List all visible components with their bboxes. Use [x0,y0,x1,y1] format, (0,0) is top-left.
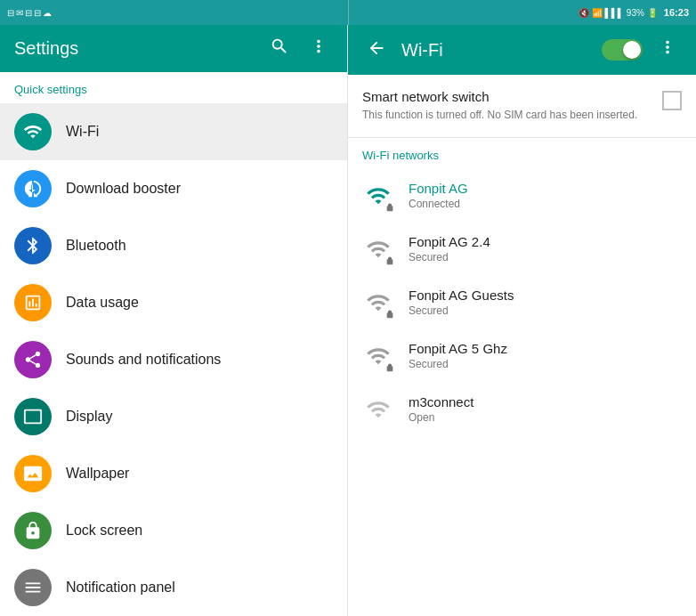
network-item-m3connect[interactable]: m3connect Open [348,383,696,436]
settings-item-lock-screen[interactable]: Lock screen [0,502,347,559]
settings-item-wallpaper[interactable]: Wallpaper [0,445,347,502]
wifi-networks-label: Wi-Fi networks [348,138,696,169]
lock-screen-label: Lock screen [66,523,142,539]
network-name-fonpit-ag-24: Fonpit AG 2.4 [409,234,682,249]
network-icon-fonpit-ag-24 [362,233,394,265]
network-item-fonpit-ag-24[interactable]: Fonpit AG 2.4 Secured [348,223,696,276]
settings-item-download-booster[interactable]: Download booster [0,160,347,217]
settings-item-bluetooth[interactable]: Bluetooth [0,217,347,274]
wallpaper-icon [14,455,52,492]
wifi-status-icon: 📶 [592,8,603,18]
wifi-title: Wi-Fi [401,40,591,61]
notification-icons: ⊟ ✉ ⊟ ⊟ ☁ [7,8,52,18]
notif-icon-4: ⊟ [34,8,41,18]
wifi-app-bar: Wi-Fi [348,25,696,75]
network-name-fonpit-ag: Fonpit AG [409,181,682,196]
wifi-item-icon [14,113,52,150]
network-status-fonpit-ag-5ghz: Secured [409,358,682,370]
signal-icon: ▌▌▌ [605,8,624,18]
notification-panel-icon [14,569,52,606]
wifi-panel: Wi-Fi Smart network switch This function… [348,25,696,616]
settings-item-data-usage[interactable]: Data usage [0,274,347,331]
status-bar: ⊟ ✉ ⊟ ⊟ ☁ 🔇 📶 ▌▌▌ 93% 🔋 16:23 [0,0,696,25]
battery-icon: 🔋 [647,8,658,18]
settings-panel: Settings Quick settings Wi-Fi Download b… [0,25,348,616]
download-booster-icon [14,170,52,207]
settings-app-bar: Settings [0,25,347,72]
smart-switch-text: Smart network switch This function is tu… [362,89,651,123]
wifi-content: Smart network switch This function is tu… [348,75,696,616]
settings-title: Settings [14,38,255,59]
wallpaper-label: Wallpaper [66,466,129,482]
battery-percentage: 93% [627,8,644,18]
network-status-fonpit-ag: Connected [409,198,682,210]
network-name-fonpit-ag-guests: Fonpit AG Guests [409,288,682,303]
smart-switch-desc: This function is turned off. No SIM card… [362,108,651,123]
wifi-toggle[interactable] [602,39,643,61]
network-icon-fonpit-ag [362,180,394,212]
smart-switch-title: Smart network switch [362,89,651,104]
display-label: Display [66,409,112,425]
notification-panel-label: Notification panel [66,580,175,596]
notif-icon-2: ✉ [16,8,23,18]
clock: 16:23 [664,7,689,18]
notif-icon-5: ☁ [43,8,52,18]
sounds-icon [14,341,52,378]
network-item-fonpit-ag-5ghz[interactable]: Fonpit AG 5 Ghz Secured [348,329,696,383]
mute-icon: 🔇 [579,8,589,18]
wifi-back-button[interactable] [362,38,391,62]
network-item-fonpit-ag-guests[interactable]: Fonpit AG Guests Secured [348,276,696,329]
network-icon-m3connect [362,393,394,426]
settings-search-icon[interactable] [265,36,294,61]
quick-settings-label: Quick settings [0,72,347,103]
notif-icon-1: ⊟ [7,8,14,18]
wifi-more-icon[interactable] [653,37,682,62]
network-item-fonpit-ag[interactable]: Fonpit AG Connected [348,169,696,223]
bluetooth-label: Bluetooth [66,238,126,254]
data-usage-label: Data usage [66,295,139,311]
smart-switch-checkbox[interactable] [662,91,682,110]
wifi-item-label: Wi-Fi [66,124,99,140]
network-info-fonpit-ag: Fonpit AG Connected [409,181,682,210]
network-info-m3connect: m3connect Open [409,394,682,424]
status-bar-right: 🔇 📶 ▌▌▌ 93% 🔋 16:23 [349,0,697,25]
status-icons-right: 🔇 📶 ▌▌▌ 93% 🔋 16:23 [579,7,689,18]
sounds-label: Sounds and notifications [66,352,221,368]
network-icon-fonpit-ag-guests [362,287,394,319]
network-info-fonpit-ag-guests: Fonpit AG Guests Secured [409,288,682,317]
smart-switch-section: Smart network switch This function is tu… [348,75,696,138]
data-usage-icon [14,284,52,321]
bluetooth-icon [14,227,52,264]
settings-item-sounds[interactable]: Sounds and notifications [0,331,347,388]
settings-item-notification-panel[interactable]: Notification panel [0,559,347,616]
settings-more-icon[interactable] [304,36,333,61]
download-booster-label: Download booster [66,181,181,197]
network-info-fonpit-ag-24: Fonpit AG 2.4 Secured [409,234,682,263]
network-icon-fonpit-ag-5ghz [362,340,394,372]
status-bar-left: ⊟ ✉ ⊟ ⊟ ☁ [0,0,348,25]
network-name-m3connect: m3connect [409,394,682,409]
settings-item-wifi[interactable]: Wi-Fi [0,103,347,160]
network-status-fonpit-ag-24: Secured [409,251,682,263]
network-status-m3connect: Open [409,411,682,424]
network-info-fonpit-ag-5ghz: Fonpit AG 5 Ghz Secured [409,341,682,370]
wifi-toggle-knob [623,41,641,59]
notif-icon-3: ⊟ [25,8,32,18]
settings-item-display[interactable]: Display [0,388,347,445]
display-icon [14,398,52,435]
network-name-fonpit-ag-5ghz: Fonpit AG 5 Ghz [409,341,682,356]
network-status-fonpit-ag-guests: Secured [409,304,682,317]
main-panels: Settings Quick settings Wi-Fi Download b… [0,25,696,616]
lock-screen-icon [14,512,52,549]
